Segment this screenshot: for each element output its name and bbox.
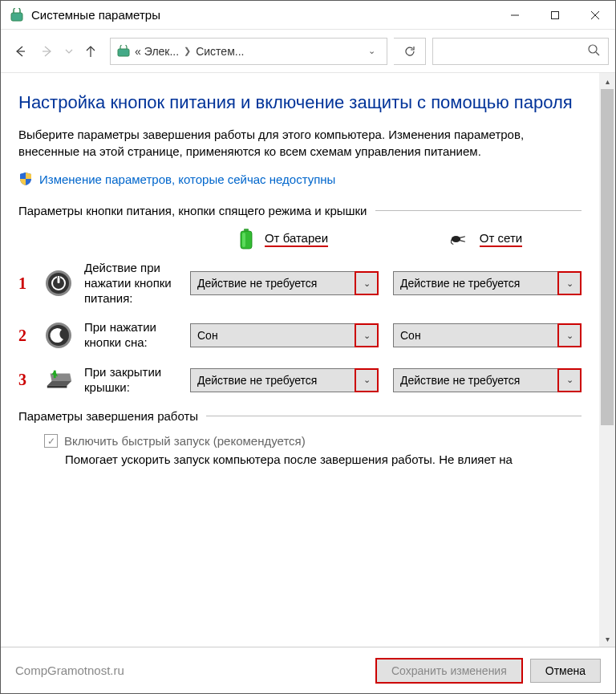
chevron-down-icon: ⌄ [355,369,378,392]
svg-rect-11 [244,229,249,231]
svg-rect-13 [242,233,245,247]
section-title: Параметры кнопки питания, кнопки спящего… [18,204,367,217]
svg-rect-2 [552,11,559,18]
sleep-button-icon [44,321,73,350]
vertical-scrollbar[interactable]: ▴ ▾ [599,73,615,647]
cancel-button-label: Отмена [545,664,586,677]
save-button-label: Сохранить изменения [377,664,521,677]
row-marker-1: 1 [18,274,33,293]
breadcrumb-dropdown[interactable]: ⌄ [362,46,382,56]
recent-dropdown[interactable] [62,39,76,64]
page-heading: Настройка кнопок питания и включение защ… [18,91,582,115]
option-row-lid-close: 3 При закрытии крышки: Действие не требу… [18,365,582,396]
dropdown-value: Действие не требуется [400,374,520,387]
chevron-down-icon: ⌄ [355,324,378,347]
power-button-plugged-dropdown[interactable]: Действие не требуется ⌄ [393,271,582,295]
minimize-button[interactable] [495,1,535,30]
section-header-shutdown: Параметры завершения работы [18,409,582,423]
admin-link[interactable]: Изменение параметров, которые сейчас нед… [39,172,335,186]
svg-point-9 [589,45,597,53]
chevron-right-icon: ❯ [182,46,192,56]
admin-link-row[interactable]: Изменение параметров, которые сейчас нед… [18,172,582,186]
svg-line-16 [460,241,465,242]
breadcrumb-icon [116,43,132,59]
forward-button[interactable] [34,39,60,64]
search-input[interactable] [432,38,609,65]
cancel-button[interactable]: Отмена [530,659,601,683]
chevron-down-icon: ⌄ [558,272,581,294]
scroll-track[interactable] [599,89,615,631]
row-marker-2: 2 [18,327,33,345]
title-bar: Системные параметры [1,1,615,30]
dropdown-value: Действие не требуется [400,277,520,290]
save-button[interactable]: Сохранить изменения [376,659,522,683]
scroll-up-arrow[interactable]: ▴ [599,73,615,89]
refresh-button[interactable] [394,38,426,65]
sleep-button-battery-dropdown[interactable]: Сон ⌄ [190,323,379,347]
search-icon [587,43,600,59]
column-battery-label: От батареи [265,231,328,247]
svg-line-10 [596,52,599,55]
chevron-down-icon: ⌄ [558,369,581,392]
scroll-down-arrow[interactable]: ▾ [599,631,615,647]
window-icon [9,7,25,23]
svg-point-14 [452,236,460,242]
fast-startup-row: ✓ Включить быстрый запуск (рекомендуется… [18,434,582,448]
dropdown-value: Сон [197,329,218,342]
dropdown-value: Сон [400,329,421,342]
column-plugged: От сети [391,229,582,250]
columns-header: От батареи От сети [18,229,582,250]
fast-startup-checkbox[interactable]: ✓ [44,434,58,448]
row-label-1: Действие при нажатии кнопки питания: [84,261,179,306]
footer-bar: CompGramotnost.ru Сохранить изменения От… [1,647,615,693]
back-button[interactable] [7,39,33,64]
sleep-button-plugged-dropdown[interactable]: Сон ⌄ [393,323,582,347]
scroll-thumb[interactable] [601,89,614,425]
option-row-power-button: 1 Действие при нажатии кнопки питания: Д… [18,261,582,306]
svg-rect-0 [11,13,22,21]
row-marker-3: 3 [18,371,33,389]
chevron-down-icon: ⌄ [558,324,581,347]
breadcrumb-lead: « [135,45,141,58]
section-title-2: Параметры завершения работы [18,409,198,423]
option-row-sleep-button: 2 При нажатии кнопки сна: Сон ⌄ Сон ⌄ [18,320,582,351]
lid-close-icon [44,366,73,395]
watermark: CompGramotnost.ru [15,664,124,677]
battery-icon [236,229,257,250]
breadcrumb-item-2[interactable]: Систем... [196,45,244,58]
section-header-buttons: Параметры кнопки питания, кнопки спящего… [18,204,582,217]
up-button[interactable] [78,39,103,64]
maximize-button[interactable] [535,1,575,30]
fast-startup-desc: Помогает ускорить запуск компьютера посл… [18,451,582,468]
lid-close-plugged-dropdown[interactable]: Действие не требуется ⌄ [393,368,582,392]
window-title: Системные параметры [31,8,160,22]
power-button-battery-dropdown[interactable]: Действие не требуется ⌄ [190,271,379,295]
svg-rect-8 [118,49,129,56]
lid-close-battery-dropdown[interactable]: Действие не требуется ⌄ [190,368,379,392]
column-plugged-label: От сети [480,231,522,247]
row-label-3: При закрытии крышки: [84,365,179,396]
dropdown-value: Действие не требуется [197,374,317,387]
dropdown-value: Действие не требуется [197,277,317,290]
shield-icon [18,172,33,186]
page-description: Выберите параметры завершения работы для… [18,126,582,161]
fast-startup-label: Включить быстрый запуск (рекомендуется) [64,434,306,448]
plug-icon [451,229,472,250]
chevron-down-icon: ⌄ [355,272,378,294]
nav-bar: « Элек... ❯ Систем... ⌄ [1,30,615,73]
close-button[interactable] [575,1,615,30]
breadcrumb-item-1[interactable]: Элек... [144,45,179,58]
breadcrumb[interactable]: « Элек... ❯ Систем... ⌄ [110,38,387,65]
content-area: Настройка кнопок питания и включение защ… [1,73,599,647]
row-label-2: При нажатии кнопки сна: [84,320,179,351]
svg-line-15 [460,237,465,238]
column-battery: От батареи [187,229,377,250]
power-button-icon [44,269,73,298]
